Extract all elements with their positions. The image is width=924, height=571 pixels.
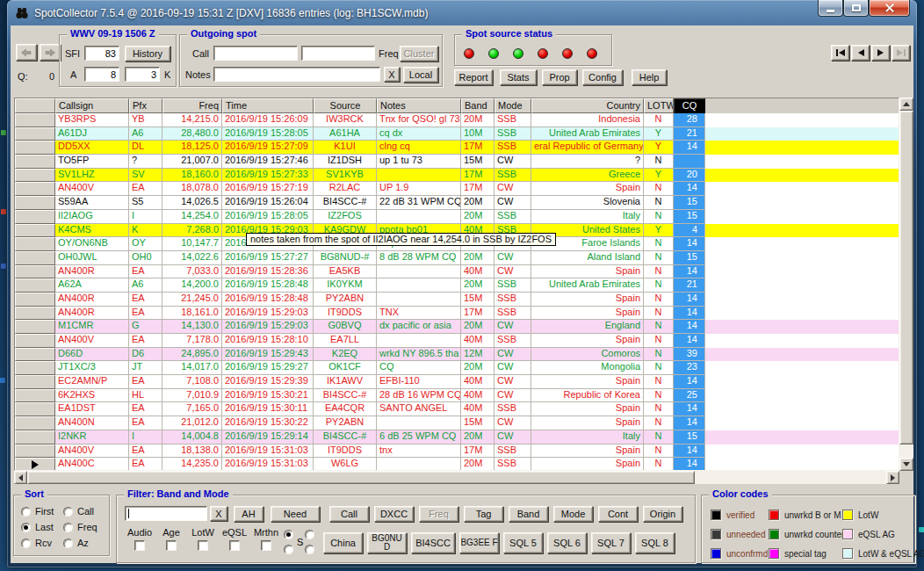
table-row[interactable]: I2NKRI14,004.82016/9/19 15:29:14BI4SCC-#… (15, 430, 899, 445)
record-selector[interactable] (15, 224, 55, 238)
maximize-button[interactable] (843, 0, 869, 17)
table-row[interactable]: SV1LHZSV18,160.02016/9/19 15:27:33SV1KYB… (15, 169, 899, 183)
preset-sql-6-button[interactable]: SQL 6 (547, 532, 587, 553)
report-button[interactable]: Report (454, 69, 493, 85)
close-button[interactable] (869, 0, 910, 17)
grid-horizontal-scrollbar[interactable] (14, 471, 899, 484)
record-selector[interactable] (15, 237, 55, 251)
table-row[interactable]: AN400REA18,161.02016/9/19 15:29:03IT9DDS… (15, 307, 899, 321)
sfi-field[interactable]: 83 (84, 46, 119, 61)
filter-checkbox-mrthn[interactable]: Mrthn (250, 527, 282, 551)
table-row[interactable]: YB3RPSYB14,215.02016/9/19 15:26:09IW3RCK… (15, 113, 899, 127)
a-index-field[interactable]: 8 (84, 67, 119, 82)
record-selector[interactable] (15, 430, 55, 445)
column-header-mode[interactable]: Mode (494, 98, 531, 113)
column-header-pfx[interactable]: Pfx (129, 98, 162, 113)
record-selector[interactable] (15, 141, 55, 155)
help-button[interactable]: Help (632, 69, 667, 85)
horizontal-scroll-thumb[interactable] (27, 471, 695, 484)
last-record-button[interactable] (892, 45, 910, 61)
sort-option-az[interactable]: Az (63, 538, 89, 548)
record-selector[interactable] (15, 445, 55, 459)
filter-checkbox-lotw[interactable]: LotW (187, 527, 219, 551)
history-back-button[interactable] (16, 44, 37, 61)
column-header-country[interactable]: Country (531, 98, 644, 113)
minimize-button[interactable] (818, 0, 843, 17)
sort-option-call[interactable]: Call (63, 506, 94, 517)
filter-origin-button[interactable]: Origin (643, 506, 682, 522)
checkbox-age[interactable] (166, 540, 177, 551)
cluster-button[interactable]: Cluster (400, 46, 438, 61)
preset-sql-8-button[interactable]: SQL 8 (635, 532, 675, 553)
column-header-lotw[interactable]: LOTW (644, 98, 674, 113)
table-row[interactable]: DD5XXDL18,125.02016/9/19 15:27:09K1UIcln… (15, 141, 899, 155)
filter-freq-button[interactable]: Freq (419, 506, 458, 522)
column-header-source[interactable]: Source (314, 98, 377, 113)
column-header-callsign[interactable]: Callsign (55, 98, 129, 113)
table-row[interactable]: AN400NEA21,012.02016/9/19 15:30:22PY2ABN… (15, 416, 899, 430)
column-header-time[interactable]: Time (222, 98, 314, 113)
sort-option-last[interactable]: Last (21, 522, 54, 532)
table-row[interactable]: A62AA614,200.02016/9/19 15:28:48IK0YKM20… (15, 278, 899, 293)
column-header-freq[interactable]: Freq (162, 98, 222, 113)
preset-bg0nu-d-button[interactable]: BG0NU D (367, 532, 407, 553)
filter-input[interactable] (125, 506, 207, 521)
scroll-right-button[interactable] (886, 471, 899, 484)
record-selector[interactable] (15, 402, 55, 416)
preset-bg3ee-f-button[interactable]: BG3EE F (459, 532, 499, 553)
sort-option-rcv[interactable]: Rcv (21, 538, 52, 548)
table-row[interactable]: EA1DSTEA7,165.02016/9/19 15:30:11EA4CQRS… (15, 402, 899, 416)
record-selector[interactable] (15, 334, 55, 348)
record-selector[interactable] (15, 210, 55, 224)
filter-dxcc-button[interactable]: DXCC (374, 506, 414, 522)
radio-freq[interactable] (63, 523, 73, 532)
preset-sql-7-button[interactable]: SQL 7 (591, 532, 631, 553)
column-header-notes[interactable]: Notes (377, 98, 461, 113)
table-row[interactable]: EC2AMN/PEA7,108.02016/9/19 15:29:39IK1AW… (15, 375, 899, 389)
checkbox-eqsl[interactable] (229, 540, 240, 551)
checkbox-audio[interactable] (134, 540, 145, 551)
table-row[interactable]: AN400REA21,245.02016/9/19 15:28:48PY2ABN… (15, 293, 899, 307)
table-row[interactable]: JT1XC/3JT14,017.02016/9/19 15:29:27OK1CF… (15, 361, 899, 375)
spot-call-input[interactable] (213, 46, 298, 61)
first-record-button[interactable] (831, 45, 849, 61)
quality-radio-3[interactable] (284, 545, 293, 554)
scroll-left-button[interactable] (14, 471, 27, 484)
sort-option-first[interactable]: First (21, 506, 54, 517)
vertical-scroll-thumb[interactable] (899, 111, 913, 445)
filter-cont-button[interactable]: Cont (598, 506, 638, 522)
table-row[interactable]: II2IAOGI14,254.02016/9/19 15:28:05IZ2FOS… (15, 210, 899, 224)
filter-checkbox-age[interactable]: Age (155, 527, 187, 551)
record-selector[interactable] (15, 389, 55, 403)
radio-az[interactable] (63, 538, 73, 548)
record-selector[interactable] (15, 113, 55, 127)
filter-tag-button[interactable]: Tag (464, 506, 503, 522)
k-index-field[interactable]: 3 (125, 67, 160, 82)
preset-bi4scc-button[interactable]: BI4SCC (411, 532, 455, 553)
column-header-band[interactable]: Band (461, 98, 494, 113)
table-row[interactable]: D66DD624,895.02016/9/19 15:29:43K2EQwrkd… (15, 348, 899, 362)
current-record-selector[interactable] (15, 458, 55, 471)
history-forward-button[interactable] (40, 44, 61, 61)
table-row[interactable]: OH0JWLOH014,022.62016/9/19 15:27:27BG8NU… (15, 251, 899, 265)
radio-first[interactable] (21, 507, 31, 517)
quality-radio-1[interactable] (284, 530, 293, 539)
filter-band-button[interactable]: Band (509, 506, 548, 522)
table-row[interactable]: M1CMRG14,130.02016/9/19 15:29:03G0BVQdx … (15, 320, 899, 334)
quality-radio-2[interactable] (305, 530, 314, 539)
record-selector[interactable] (15, 127, 55, 141)
column-header-selector[interactable] (15, 98, 55, 113)
spot-freq-input[interactable] (301, 46, 375, 61)
table-row[interactable]: AN400VEA18,138.02016/9/19 15:31:03IT9DDS… (15, 445, 899, 459)
checkbox-mrthn[interactable] (261, 540, 271, 551)
record-selector[interactable] (15, 416, 55, 430)
record-selector[interactable] (15, 320, 55, 334)
quality-radio-4[interactable] (305, 545, 314, 554)
table-row[interactable]: AN400REA7,033.02016/9/19 15:28:36EA5KB40… (15, 265, 899, 279)
record-selector[interactable] (15, 348, 55, 362)
record-selector[interactable] (15, 155, 55, 169)
preset-sql-5-button[interactable]: SQL 5 (503, 532, 543, 553)
scroll-up-button[interactable] (899, 98, 913, 111)
column-header-cq[interactable]: CQ (674, 98, 705, 113)
table-row[interactable]: TO5FP?21,007.02016/9/19 15:27:46IZ1DSHup… (15, 155, 899, 169)
